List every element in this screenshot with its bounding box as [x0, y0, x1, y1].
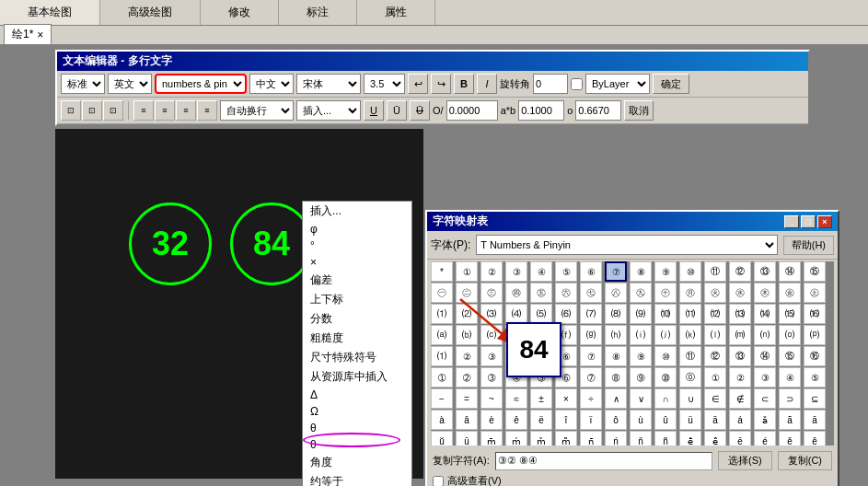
char-cell[interactable]: ∧ — [605, 388, 627, 409]
char-cell[interactable]: ➀ — [431, 367, 453, 388]
char-cell[interactable]: ㊎ — [779, 283, 801, 303]
char-cell[interactable]: ⑬ — [729, 346, 751, 366]
charmap-font-select[interactable]: T Numbers & Pinyin — [476, 235, 777, 255]
tab-close-icon[interactable]: × — [37, 29, 43, 41]
char-cell[interactable]: ⑤ — [555, 261, 577, 282]
menu-phi[interactable]: φ — [303, 221, 411, 237]
lang2-select[interactable]: 中文 — [249, 74, 294, 94]
char-cell[interactable]: ⑥ — [580, 261, 602, 282]
bylayer-select[interactable]: ByLayer — [585, 74, 650, 94]
char-cell[interactable]: ⒃ — [804, 304, 826, 324]
char-cell[interactable]: m̌ — [530, 431, 552, 446]
menu-dimension[interactable]: 标注 — [279, 0, 357, 25]
align-tm-btn[interactable]: ⊡ — [82, 100, 102, 121]
char-cell[interactable]: ⒁ — [754, 304, 776, 324]
char-cell[interactable]: ǎ — [754, 410, 776, 430]
char-cell[interactable]: ⒩ — [754, 325, 776, 345]
close-btn[interactable]: × — [817, 215, 832, 228]
char-cell[interactable]: ㊌ — [729, 283, 751, 303]
char-cell[interactable]: ě — [779, 431, 801, 446]
char-cell[interactable]: ⊆ — [804, 388, 826, 409]
valign-r-btn[interactable]: ≡ — [176, 100, 196, 121]
char-cell[interactable]: ê — [505, 410, 527, 430]
char-cell[interactable]: ⑿ — [704, 304, 726, 324]
char-cell[interactable]: ㊉ — [654, 283, 677, 303]
char-cell[interactable]: ā — [704, 410, 726, 430]
char-cell[interactable]: ⒥ — [654, 325, 677, 345]
standard-select[interactable]: 标准 — [61, 74, 105, 94]
menu-basic-drawing[interactable]: 基本绘图 — [0, 0, 100, 25]
valign-l-btn[interactable]: ≡ — [133, 100, 154, 121]
bold-btn[interactable]: B — [454, 74, 474, 94]
char-cell[interactable]: ⑮ — [804, 261, 826, 282]
char-cell[interactable]: ⑦ — [580, 346, 602, 366]
char-cell[interactable]: ➇ — [605, 367, 627, 388]
char-cell[interactable]: ≈ — [505, 388, 527, 409]
char-cell[interactable]: ㊀ — [431, 283, 453, 303]
char-cell[interactable]: ⒂ — [779, 304, 801, 324]
char-cell[interactable]: ŭ — [431, 431, 453, 446]
char-cell[interactable]: ē — [729, 431, 751, 446]
strikethrough-btn[interactable]: Ū — [410, 100, 430, 121]
copy-btn[interactable]: 复制(C) — [778, 451, 832, 470]
char-cell[interactable]: ⑫ — [729, 261, 751, 282]
char-cell[interactable]: ④ — [779, 367, 801, 388]
char-cell[interactable]: ḿ — [505, 431, 527, 446]
menu-properties[interactable]: 属性 — [357, 0, 435, 25]
menu-omega[interactable]: Ω — [303, 403, 411, 420]
char-cell[interactable]: è — [480, 410, 503, 430]
char-cell[interactable]: ⑪ — [704, 261, 726, 282]
maximize-btn[interactable]: □ — [801, 215, 816, 228]
align-tr-btn[interactable]: ⊡ — [103, 100, 123, 121]
char-cell[interactable]: ㊍ — [754, 283, 776, 303]
char-cell[interactable]: ⒣ — [605, 325, 627, 345]
char-cell[interactable]: ㊏ — [804, 283, 826, 303]
char-cell[interactable]: ③ — [505, 261, 527, 282]
char-cell[interactable]: ⒦ — [679, 325, 701, 345]
char-cell[interactable]: ➈ — [630, 367, 652, 388]
char-cell[interactable]: ê̂ — [704, 431, 726, 446]
confirm-btn[interactable]: 确定 — [653, 74, 689, 94]
char-cell[interactable]: = — [456, 388, 478, 409]
char-cell[interactable]: ⑴ — [431, 304, 453, 324]
char-cell[interactable]: ② — [480, 261, 503, 282]
ab-input[interactable] — [518, 100, 564, 121]
redo-btn[interactable]: ↪ — [431, 74, 451, 94]
char-cell[interactable]: ⒪ — [779, 325, 801, 345]
char-cell[interactable]: ∪ — [679, 388, 701, 409]
char-cell[interactable]: ⑨ — [630, 346, 652, 366]
char-cell[interactable]: ➁ — [456, 367, 478, 388]
font-size-select[interactable]: 3.5 — [364, 74, 405, 94]
char-cell[interactable]: ㊊ — [679, 283, 701, 303]
char-cell[interactable]: ➉ — [654, 367, 677, 388]
menu-times[interactable]: × — [303, 254, 411, 271]
char-cell[interactable]: ü — [679, 410, 701, 430]
char-cell[interactable]: × — [555, 388, 577, 409]
menu-from-library[interactable]: 从资源库中插入 — [303, 367, 411, 387]
char-cell[interactable]: − — [431, 388, 453, 409]
char-cell[interactable]: ê̄ — [679, 431, 701, 446]
italic-btn[interactable]: I — [477, 74, 497, 94]
char-cell[interactable]: ① — [456, 261, 478, 282]
char-cell[interactable]: ⒢ — [580, 325, 602, 345]
char-cell[interactable]: ô — [605, 410, 627, 430]
char-cell[interactable]: ń — [605, 431, 627, 446]
char-cell[interactable]: ñ — [654, 431, 677, 446]
minimize-btn[interactable]: _ — [784, 215, 799, 228]
char-cell[interactable]: ㊅ — [555, 283, 577, 303]
copy-input[interactable] — [495, 452, 712, 470]
char-cell[interactable]: ∩ — [654, 388, 677, 409]
char-cell[interactable]: ㊈ — [630, 283, 652, 303]
char-cell[interactable]: ÷ — [580, 388, 602, 409]
char-cell[interactable]: ê — [804, 431, 826, 446]
char-cell[interactable]: ⑭ — [754, 346, 776, 366]
valign-j-btn[interactable]: ≡ — [197, 100, 217, 121]
overline-btn[interactable]: Ū — [387, 100, 407, 121]
char-cell[interactable]: à — [431, 410, 453, 430]
valign-c-btn[interactable]: ≡ — [155, 100, 175, 121]
char-cell[interactable]: ⒨ — [729, 325, 751, 345]
char-cell[interactable]: ③ — [754, 367, 776, 388]
char-cell[interactable]: ⒀ — [729, 304, 751, 324]
char-cell[interactable]: * — [431, 261, 453, 282]
char-cell[interactable]: ⑮ — [779, 346, 801, 366]
